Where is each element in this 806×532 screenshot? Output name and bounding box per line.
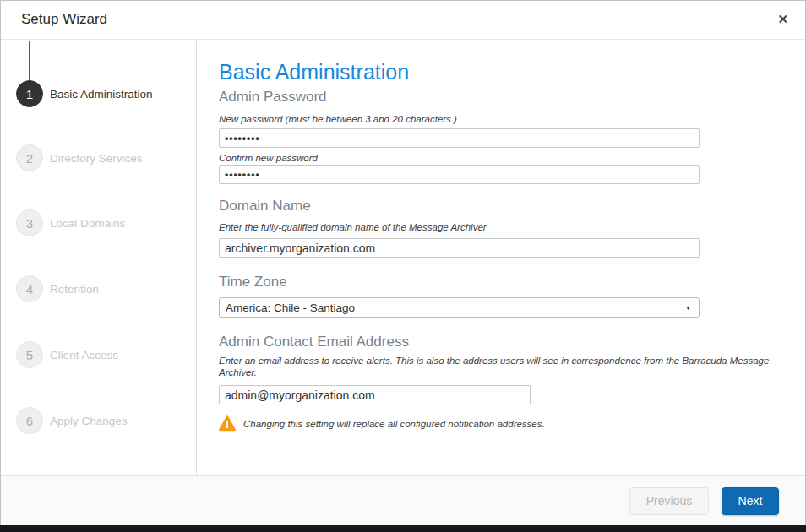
sidebar-step-basic-administration[interactable]: 1 Basic Administration: [16, 80, 153, 107]
step-label: Basic Administration: [50, 88, 153, 100]
confirm-password-field[interactable]: [219, 165, 700, 184]
time-zone-heading: Time Zone: [219, 274, 787, 290]
step-label: Retention: [50, 283, 99, 296]
dialog-header: Setup Wizard ✕: [1, 1, 805, 40]
step-number-badge: 1: [16, 80, 43, 107]
previous-button[interactable]: Previous: [629, 487, 709, 515]
step-label: Apply Changes: [50, 415, 128, 427]
dialog-footer: Previous Next: [1, 475, 805, 525]
notification-warning: Changing this setting will replace all c…: [219, 415, 787, 432]
domain-name-heading: Domain Name: [219, 198, 787, 214]
time-zone-selected-value: America: Chile - Santiago: [226, 301, 355, 314]
step-number-badge: 5: [16, 341, 43, 368]
domain-name-field[interactable]: [219, 238, 700, 258]
screen: Setup Wizard ✕ 1 Basic Administration 2 …: [0, 0, 806, 532]
time-zone-select[interactable]: America: Chile - Santiago ▼: [219, 297, 700, 318]
admin-password-heading: Admin Password: [219, 89, 787, 106]
admin-email-heading: Admin Contact Email Address: [219, 334, 787, 350]
progress-rail-active: [29, 41, 30, 80]
step-number-badge: 3: [16, 209, 43, 236]
next-button[interactable]: Next: [722, 487, 779, 515]
wizard-step-content: Basic Administration Admin Password New …: [198, 41, 804, 475]
admin-email-helper: Enter an email address to receive alerts…: [219, 355, 787, 378]
step-number-badge: 4: [16, 275, 43, 302]
step-label: Directory Services: [50, 152, 143, 165]
wizard-steps-sidebar: 1 Basic Administration 2 Directory Servi…: [1, 41, 197, 475]
sidebar-step-apply-changes[interactable]: 6 Apply Changes: [16, 407, 128, 434]
warning-triangle-icon: [219, 415, 236, 432]
step-number-badge: 2: [16, 144, 43, 171]
sidebar-step-directory-services[interactable]: 2 Directory Services: [16, 144, 143, 171]
sidebar-step-local-domains[interactable]: 3 Local Domains: [16, 209, 125, 236]
setup-wizard-dialog: Setup Wizard ✕ 1 Basic Administration 2 …: [0, 0, 806, 525]
dialog-title: Setup Wizard: [21, 11, 107, 28]
new-password-label: New password (must be between 3 and 20 c…: [219, 113, 787, 125]
admin-email-field[interactable]: [219, 385, 531, 404]
new-password-field[interactable]: [219, 128, 700, 148]
step-label: Local Domains: [50, 217, 125, 230]
chevron-down-icon: ▼: [685, 305, 691, 311]
close-icon[interactable]: ✕: [777, 12, 788, 27]
sidebar-step-client-access[interactable]: 5 Client Access: [16, 341, 118, 368]
step-number-badge: 6: [16, 407, 43, 434]
domain-name-helper: Enter the fully-qualified domain name of…: [219, 221, 787, 233]
confirm-password-label: Confirm new password: [219, 152, 787, 164]
warning-text: Changing this setting will replace all c…: [243, 419, 545, 429]
step-label: Client Access: [50, 349, 118, 361]
sidebar-step-retention[interactable]: 4 Retention: [16, 275, 99, 302]
page-title: Basic Administration: [219, 60, 787, 84]
